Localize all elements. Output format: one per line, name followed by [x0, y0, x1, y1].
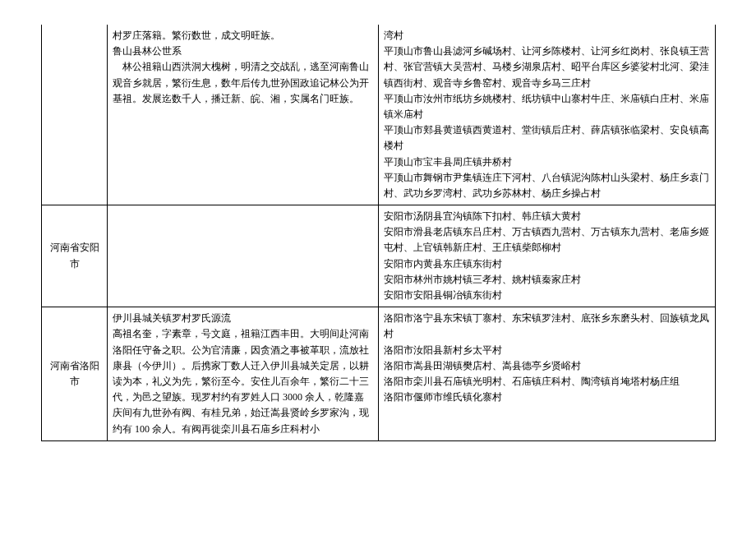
region-cell: [42, 25, 108, 205]
text: 高祖名奎，字素章，号文庭，祖籍江西丰田。大明间赴河南洛阳任守备之职。公为官清廉，…: [113, 326, 373, 436]
text: 平顶山市汝州市纸坊乡姚楼村、纸坊镇中山寨村牛庄、米庙镇白庄村、米庙镇米庙村: [384, 91, 710, 122]
text: 洛阳市汝阳县新村乡太平村: [384, 343, 710, 358]
lineage-cell: 伊川县城关镇罗村罗氏源流 高祖名奎，字素章，号文庭，祖籍江西丰田。大明间赴河南洛…: [108, 307, 379, 441]
text: 洛阳市栾川县石庙镇光明村、石庙镇庄科村、陶湾镇肖埯塔村杨庄组: [384, 374, 710, 390]
text: 洛阳市洛宁县东宋镇丁寨村、东宋镇罗洼村、底张乡东磨头村、回族镇龙凤村: [384, 311, 710, 342]
villages-cell: 洛阳市洛宁县东宋镇丁寨村、东宋镇罗洼村、底张乡东磨头村、回族镇龙凤村 洛阳市汝阳…: [379, 307, 716, 441]
text: 伊川县城关镇罗村罗氏源流: [113, 311, 373, 326]
text: 安阳市汤阴县宜沟镇陈下扣村、韩庄镇大黄村: [384, 209, 710, 224]
lineage-cell: [108, 205, 379, 307]
text: 村罗庄落籍。繁衍数世，成文明旺族。: [113, 28, 373, 44]
table-row: 河南省安阳市 安阳市汤阴县宜沟镇陈下扣村、韩庄镇大黄村 安阳市滑县老店镇东吕庄村…: [42, 205, 716, 307]
text: 洛阳市嵩县田湖镇樊店村、嵩县德亭乡贤峪村: [384, 358, 710, 374]
text: 平顶山市鲁山县滤河乡碱场村、让河乡陈楼村、让河乡红岗村、张良镇王营村、张官营镇大…: [384, 44, 710, 91]
text: 鲁山县林公世系: [113, 44, 373, 59]
text: 平顶山市舞钢市尹集镇连庄下河村、八台镇泥沟陈村山头梁村、杨庄乡袁门村、武功乡罗湾…: [384, 170, 710, 201]
table-row: 河南省洛阳市 伊川县城关镇罗村罗氏源流 高祖名奎，字素章，号文庭，祖籍江西丰田。…: [42, 307, 716, 441]
text: 平顶山市郏县黄道镇西黄道村、堂街镇后庄村、薛店镇张临梁村、安良镇高楼村: [384, 122, 710, 154]
genealogy-table: 村罗庄落籍。繁衍数世，成文明旺族。 鲁山县林公世系 林公祖籍山西洪洞大槐树，明清…: [41, 25, 716, 441]
text: 林公祖籍山西洪洞大槐树，明清之交战乱，逃至河南鲁山观音乡就居，繁衍生息，数年后传…: [113, 59, 373, 107]
region-cell: 河南省洛阳市: [42, 307, 108, 441]
text: 安阳市滑县老店镇东吕庄村、万古镇西九营村、万古镇东九营村、老庙乡姬屯村、上官镇韩…: [384, 224, 710, 256]
text: 安阳市林州市姚村镇三孝村、姚村镇秦家庄村: [384, 272, 710, 288]
region-cell: 河南省安阳市: [42, 205, 108, 307]
text: 洛阳市偃师市维氏镇化寨村: [384, 390, 710, 405]
villages-cell: 湾村 平顶山市鲁山县滤河乡碱场村、让河乡陈楼村、让河乡红岗村、张良镇王营村、张官…: [379, 25, 716, 205]
text: 安阳市内黄县东庄镇东街村: [384, 256, 710, 272]
text: 湾村: [384, 28, 710, 44]
lineage-cell: 村罗庄落籍。繁衍数世，成文明旺族。 鲁山县林公世系 林公祖籍山西洪洞大槐树，明清…: [108, 25, 379, 205]
text: 平顶山市宝丰县周庄镇井桥村: [384, 155, 710, 170]
villages-cell: 安阳市汤阴县宜沟镇陈下扣村、韩庄镇大黄村 安阳市滑县老店镇东吕庄村、万古镇西九营…: [379, 205, 716, 307]
text: 安阳市安阳县铜冶镇东街村: [384, 288, 710, 303]
table-row: 村罗庄落籍。繁衍数世，成文明旺族。 鲁山县林公世系 林公祖籍山西洪洞大槐树，明清…: [42, 25, 716, 205]
